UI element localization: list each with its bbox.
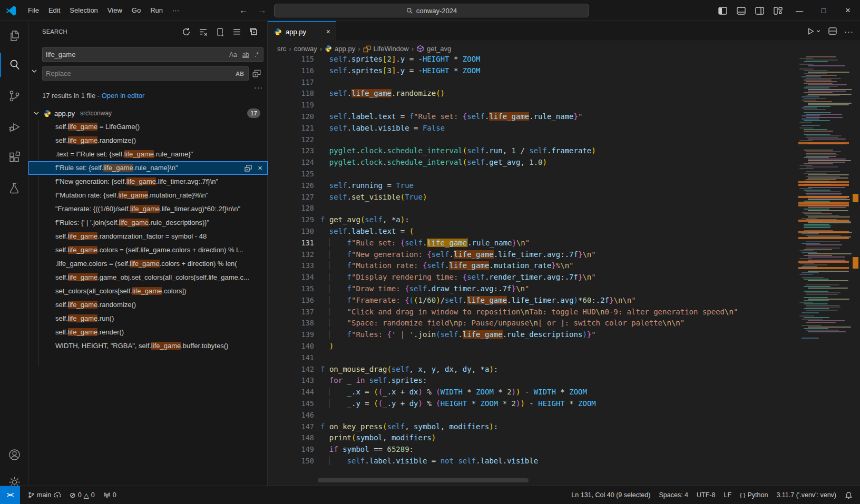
search-result-row[interactable]: f"Rule set: {self.life_game.rule_name}\n… [28,161,268,175]
ports-item[interactable]: 0 [99,486,121,504]
code-line[interactable]: 140 ) [268,341,797,352]
regex-toggle[interactable]: .* [253,51,260,59]
code-line[interactable]: 129f get_avg(self, *a): [268,214,797,226]
problems-item[interactable]: ⊘ 0 △ 0 [65,486,99,504]
code-line[interactable]: 128 [268,203,797,214]
explorer-icon[interactable] [0,24,28,48]
code-line[interactable]: 124 pyglet.clock.schedule_interval(self.… [268,157,797,169]
code-line[interactable]: 125 [268,169,797,180]
language-mode-item[interactable]: { } Python [736,486,772,504]
search-result-row[interactable]: f"Rules: {' | '.join(self.life_game.rule… [28,216,268,230]
code-line[interactable]: 146 [268,410,797,421]
open-in-editor-link[interactable]: Open in editor [102,92,145,100]
breadcrumb-src[interactable]: src [277,45,286,53]
command-center-search[interactable]: conway-2024 [274,4,589,17]
code-line[interactable]: 147f on_key_press(self, symbol, modifier… [268,421,797,433]
breadcrumb-app-py[interactable]: app.py [335,45,355,53]
search-result-row[interactable]: .text = f"Rule set: {self.life_game.rule… [28,147,268,161]
search-result-row[interactable]: self.life_game.randomize() [28,298,268,312]
account-icon[interactable] [0,442,28,467]
search-result-row[interactable]: self.life_game.randomize() [28,134,268,147]
code-line[interactable]: 120 self.label.text = f"Rule set: {self.… [268,111,797,123]
run-and-debug-icon[interactable] [0,114,28,139]
toggle-sidebar-icon[interactable] [718,7,727,15]
replace-input[interactable]: Replace AB [42,66,249,81]
dismiss-match-icon[interactable]: × [258,161,262,175]
file-result-row[interactable]: app.py src\conway 17 [28,106,268,120]
eol-item[interactable]: LF [719,486,736,504]
run-python-file-button[interactable] [807,27,821,35]
code-line[interactable]: 138 "Space: randomize field\np: Pause/un… [268,318,797,329]
preserve-case-toggle[interactable]: AB [234,70,245,77]
code-line[interactable]: 135 f"Draw time: {self.draw_timer.avg:.7… [268,283,797,295]
code-line[interactable]: 132 f"New generation: {self.life_game.li… [268,249,797,261]
code-line[interactable]: 144 _.x = ((_.x + dx) % (WIDTH * ZOOM * … [268,387,797,398]
search-result-row[interactable]: self.life_game.render() [28,325,268,339]
search-result-row[interactable]: self.life_game.game_obj.set_colors(all_c… [28,271,268,284]
search-result-row[interactable]: self.life_game.colors = (self.life_game.… [28,243,268,257]
code-line[interactable]: 126 self.running = True [268,180,797,192]
code-line[interactable]: 127 self.set_visible(True) [268,192,797,203]
horizontal-scrollbar[interactable] [318,478,529,482]
code-line[interactable]: 137 "Click and drag in window to reposit… [268,307,797,318]
toggle-secondary-sidebar-icon[interactable] [755,7,764,15]
code-line[interactable]: 133 f"Mutation rate: {self.life_game.mut… [268,260,797,272]
menu-go[interactable]: Go [127,4,145,16]
search-result-row[interactable]: self.life_game.randomization_factor = sy… [28,230,268,243]
code-line[interactable]: 131 f"Rule set: {self.life_game.rule_nam… [268,238,797,249]
refresh-icon[interactable] [180,25,192,38]
breadcrumb-lifewindow[interactable]: LifeWindow [374,45,409,53]
extensions-icon[interactable] [0,145,28,169]
replace-match-icon[interactable] [244,164,252,172]
code-line[interactable]: 149 if symbol == 65289: [268,444,797,456]
encoding-item[interactable]: UTF-8 [692,486,719,504]
overview-ruler[interactable] [851,21,860,486]
code-line[interactable]: 145 _.y = ((_.y + dy) % (HEIGHT * ZOOM *… [268,398,797,410]
code-line[interactable]: 130 self.label.text = ( [268,226,797,238]
code-line[interactable]: 141 [268,352,797,364]
breadcrumb-get-avg[interactable]: get_avg [427,45,451,53]
menu-view[interactable]: View [103,4,127,16]
search-result-row[interactable]: WIDTH, HEIGHT, "RGBA", self.life_game.bu… [28,339,268,353]
whole-word-toggle[interactable]: ab [241,51,250,59]
code-editor[interactable]: 115 self.sprites[2].y = -HEIGHT * ZOOM11… [268,41,797,486]
notifications-item[interactable] [841,486,857,504]
code-line[interactable]: 119 [268,100,797,111]
menu-run[interactable]: Run [145,4,168,16]
code-line[interactable]: 117 [268,77,797,88]
code-line[interactable]: 134 f"Display rendering time: {self.rend… [268,272,797,283]
search-result-row[interactable]: "Framerate: {((1/60)/self.life_game.life… [28,202,268,216]
code-line[interactable]: 143 for _ in self.sprites: [268,375,797,387]
minimize-button[interactable]: — [787,0,812,21]
testing-icon[interactable] [0,176,28,200]
cursor-position-item[interactable]: Ln 131, Col 40 (9 selected) [567,486,654,504]
search-result-row[interactable]: .life_game.colors = (self.life_game.colo… [28,257,268,271]
menu-file[interactable]: File [23,4,44,16]
python-interpreter-item[interactable]: 3.11.7 ('.venv': venv) [772,486,841,504]
code-line[interactable]: 123 pyglet.clock.schedule_interval(self.… [268,145,797,157]
code-line[interactable]: 150 self.label.visible = not self.label.… [268,456,797,467]
toggle-panel-icon[interactable] [737,7,746,15]
breadcrumb-conway[interactable]: conway [294,45,317,53]
search-input[interactable]: life_game Aa ab .* [42,47,263,62]
open-search-editor-icon[interactable] [213,25,226,38]
search-result-row[interactable]: f"Mutation rate: {self.life_game.mutatio… [28,189,268,202]
minimap[interactable] [797,45,851,341]
view-as-tree-icon[interactable] [230,25,243,38]
code-line[interactable]: 142f on_mouse_drag(self, x, y, dx, dy, *… [268,364,797,375]
menu-[interactable]: ··· [168,4,184,16]
code-line[interactable]: 118 self.life_game.randomize() [268,88,797,100]
indentation-item[interactable]: Spaces: 4 [654,486,692,504]
remote-indicator[interactable]: >< [0,486,20,504]
git-branch-item[interactable]: main [23,486,65,504]
forward-arrow-icon[interactable]: → [253,5,271,16]
customize-layout-icon[interactable] [774,7,783,15]
source-control-icon[interactable] [0,84,28,108]
menu-selection[interactable]: Selection [65,4,102,16]
code-line[interactable]: 116 self.sprites[3].y = -HEIGHT * ZOOM [268,65,797,77]
toggle-replace-chevron-icon[interactable] [31,67,39,76]
tab-close-icon[interactable]: × [326,27,330,36]
collapse-all-icon[interactable] [247,25,260,38]
code-line[interactable]: 136 f"Framerate: {((1/60)/self.life_game… [268,295,797,307]
code-line[interactable]: 148 print(symbol, modifiers) [268,432,797,444]
